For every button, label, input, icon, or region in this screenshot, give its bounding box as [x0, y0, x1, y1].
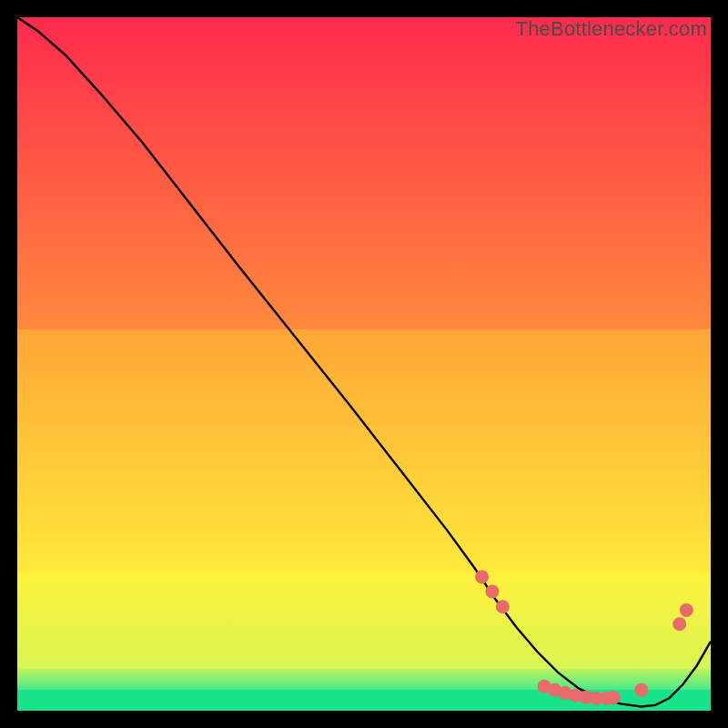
highlight-point — [607, 691, 621, 704]
highlight-point — [680, 603, 693, 617]
chart-frame: TheBottlenecker.com — [17, 17, 711, 711]
highlight-point — [634, 683, 648, 697]
highlight-point — [485, 584, 499, 598]
watermark-text: TheBottlenecker.com — [516, 17, 707, 41]
highlight-point — [672, 617, 686, 631]
highlight-point — [496, 600, 510, 613]
bottleneck-chart — [17, 17, 711, 711]
gradient-background — [17, 17, 711, 711]
highlight-point — [475, 570, 489, 583]
